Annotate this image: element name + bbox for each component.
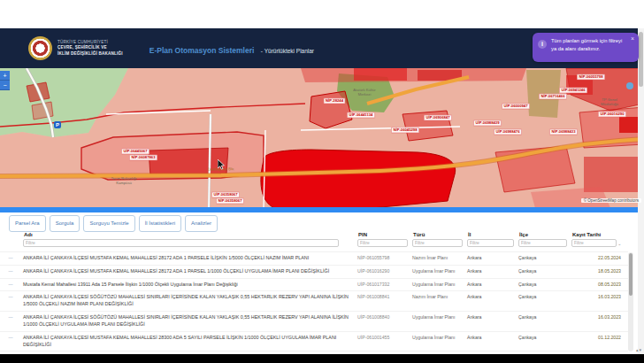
row-expander-icon[interactable]: — xyxy=(0,314,21,320)
toolbar-button[interactable]: Analizler xyxy=(185,215,218,232)
filter-notification-toast: i Tüm planları görmek için filtreyi ya d… xyxy=(533,33,639,62)
cell-il: Ankara xyxy=(467,314,517,320)
cell-name: Mustafa Kemal Mahallesi 13911 Ada 15 Par… xyxy=(23,282,356,289)
cell-type: Uygulama İmar Planı xyxy=(412,314,465,320)
toolbar-button[interactable]: Sorguyu Temizle xyxy=(83,215,134,232)
table-row[interactable]: — ANKARA İLİ ÇANKAYA İLÇESİ SÖĞÜTÖZÜ MAH… xyxy=(0,311,628,331)
filter-input-adi[interactable] xyxy=(23,239,339,247)
cell-ilce: Çankaya xyxy=(518,294,570,299)
column-header-turu[interactable]: Türü xyxy=(412,232,465,237)
cell-ilce: Çankaya xyxy=(518,314,570,320)
filter-input-kayit-tarihi[interactable] xyxy=(571,239,617,247)
cell-type: Uygulama İmar Planı xyxy=(412,268,465,274)
column-header-ilce[interactable]: İlçe xyxy=(518,232,570,237)
app-title: E-Plan Otomasyon Sistemleri xyxy=(150,46,255,55)
mouse-cursor-icon xyxy=(218,158,226,174)
table-scrollbar-thumb[interactable] xyxy=(629,253,632,296)
row-expander-icon[interactable]: — xyxy=(0,255,21,260)
cell-name: ANKARA İLİ ÇANKAYA İLÇESİ SÖĞÜTÖZÜ MAHAL… xyxy=(23,294,356,308)
cell-type: Uygulama İmar Planı xyxy=(412,282,465,287)
toolbar-button[interactable]: İl İstatistikleri xyxy=(139,215,181,232)
ministry-line3: İKLİM DEĞİŞİKLİĞİ BAKANLIĞI xyxy=(58,51,123,57)
row-expander-icon[interactable]: — xyxy=(0,294,21,299)
table-scrollbar[interactable] xyxy=(628,252,633,351)
info-icon: i xyxy=(538,40,547,49)
zoom-out-button[interactable]: − xyxy=(0,81,10,90)
cell-il: Ankara xyxy=(467,255,517,260)
scrollbar-arrows[interactable]: ▴▾ xyxy=(636,347,642,352)
plan-map[interactable]: + − NİP-28244UİP-06441134UİP-06906847NİP… xyxy=(0,68,644,212)
cell-il: Ankara xyxy=(467,282,517,287)
cell-il: Ankara xyxy=(467,268,517,274)
cell-pin: UİP-061008840 xyxy=(357,314,410,320)
close-icon[interactable]: × xyxy=(631,35,634,42)
table-row[interactable]: — Mustafa Kemal Mahallesi 13911 Ada 15 P… xyxy=(0,278,628,291)
column-header-pin[interactable]: PIN xyxy=(357,232,410,237)
filter-input-turu[interactable] xyxy=(412,239,463,247)
map-zoom-controls[interactable]: + − xyxy=(0,71,10,90)
table-row[interactable]: — ANKARA İLİ ÇANKAYA İLÇESİ MUSTAFA KEMA… xyxy=(0,251,628,265)
cell-name: ANKARA İLİ ÇANKAYA İLÇESİ MUSTAFA KEMAL … xyxy=(23,268,356,275)
cell-ilce: Çankaya xyxy=(518,255,570,260)
cell-pin: NİP-061055798 xyxy=(357,255,410,260)
table-row[interactable]: — ANKARA İLİ ÇANKAYA İLÇESİ MUSTAFA KEMA… xyxy=(0,331,628,351)
filter-input-ilce[interactable] xyxy=(518,239,567,247)
table-row[interactable]: — ANKARA İLİ ÇANKAYA İLÇESİ MUSTAFA KEMA… xyxy=(0,265,628,278)
cell-type: Nazım İmar Planı xyxy=(412,255,465,260)
cell-il: Ankara xyxy=(467,294,517,299)
cell-ilce: Çankaya xyxy=(518,282,570,287)
column-header-il[interactable]: İl xyxy=(467,232,517,237)
row-expander-icon[interactable]: — xyxy=(0,268,21,274)
map-toolbar: Parsel AraSorgulaSorguyu Temizleİl İstat… xyxy=(0,212,644,232)
table-row[interactable]: — ANKARA İLİ ÇANKAYA İLÇESİ SÖĞÜTÖZÜ MAH… xyxy=(0,290,628,311)
toolbar-button[interactable]: Sorgula xyxy=(50,215,80,232)
map-attribution: © OpenStreetMap contributors xyxy=(581,198,641,203)
parking-icon: P xyxy=(54,121,61,128)
row-expander-icon[interactable]: — xyxy=(0,282,21,287)
cell-pin: NİP-061008841 xyxy=(357,294,410,299)
cell-date: 18.05.2023 xyxy=(571,268,628,274)
cell-type: Nazım İmar Planı xyxy=(412,294,465,299)
cell-name: ANKARA İLİ ÇANKAYA İLÇESİ MUSTAFA KEMAL … xyxy=(23,255,356,262)
filter-input-il[interactable] xyxy=(467,239,514,247)
cell-ilce: Çankaya xyxy=(518,335,570,340)
notification-text: Tüm planları görmek için filtreyi ya da … xyxy=(551,37,633,58)
ministry-name: TÜRKİYE CUMHURİYETİ ÇEVRE, ŞEHİRCİLİK VE… xyxy=(58,40,123,57)
chevron-down-icon[interactable]: ⌄ xyxy=(617,241,621,246)
column-header-adi[interactable]: Adı xyxy=(23,232,356,237)
column-header-kayit-tarihi[interactable]: Kayıt Tarihi xyxy=(571,232,628,237)
row-expander-icon[interactable]: — xyxy=(0,335,21,340)
map-road-labels: Dumlupınar Blv. xyxy=(0,68,644,212)
cell-date: 22.05.2024 xyxy=(571,255,628,260)
cell-pin: UİP-061016290 xyxy=(357,268,410,274)
page-title: E-Plan Otomasyon Sistemleri - Yürürlükte… xyxy=(150,41,314,57)
cell-il: Ankara xyxy=(467,335,517,340)
bottom-black-bar xyxy=(0,354,644,363)
cell-date: 16.03.2023 xyxy=(571,294,628,299)
cell-date: 08.05.2023 xyxy=(571,282,628,287)
plans-table-header: Adı PIN Türü İl İlçe Kayıt Tarihi ⌄ xyxy=(0,232,628,250)
filter-input-pin[interactable] xyxy=(357,239,408,247)
zoom-in-button[interactable]: + xyxy=(0,71,10,81)
plans-table-body: — ANKARA İLİ ÇANKAYA İLÇESİ MUSTAFA KEMA… xyxy=(0,251,628,363)
cell-pin: UİP-061017332 xyxy=(357,282,410,287)
cell-ilce: Çankaya xyxy=(518,268,570,274)
cell-pin: UİP-061001455 xyxy=(357,335,410,340)
toolbar-button[interactable]: Parsel Ara xyxy=(9,215,46,232)
cell-date: 16.03.2023 xyxy=(571,314,628,320)
app-subtitle: - Yürürlükteki Planlar xyxy=(261,48,314,54)
cell-date: 01.12.2022 xyxy=(571,335,628,340)
cell-type: Uygulama İmar Planı xyxy=(412,335,465,340)
cell-name: ANKARA İLİ ÇANKAYA İLÇESİ SÖĞÜTÖZÜ MAHAL… xyxy=(23,314,356,328)
cell-name: ANKARA İLİ ÇANKAYA İLÇESİ MUSTAFA KEMAL … xyxy=(23,335,356,349)
ministry-logo-icon xyxy=(28,36,52,60)
